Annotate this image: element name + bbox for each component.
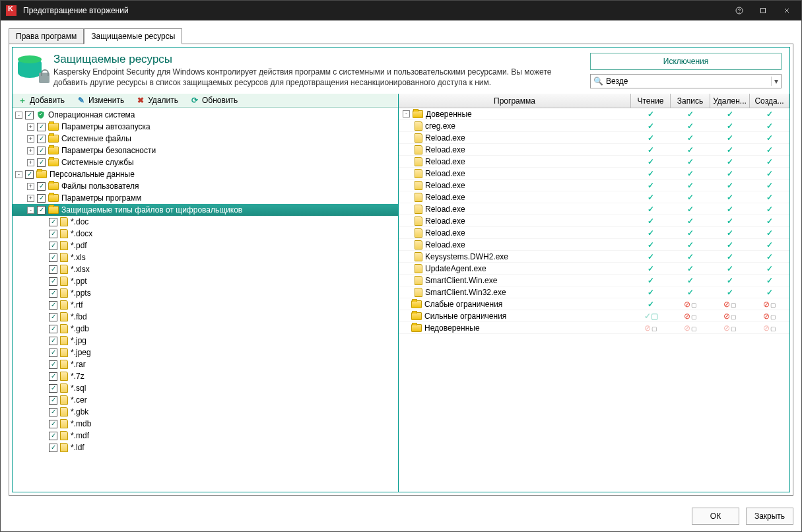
- tree-row[interactable]: +Системные службы: [13, 156, 398, 168]
- grid-row[interactable]: -Доверенные✓✓✓✓: [399, 108, 789, 120]
- checkbox[interactable]: [49, 444, 57, 452]
- checkbox[interactable]: [49, 384, 57, 393]
- perm-cell[interactable]: ✓: [631, 145, 671, 154]
- tree-row[interactable]: *.gdb: [13, 323, 398, 335]
- grid-row[interactable]: Reload.exe✓✓✓✓: [399, 180, 789, 191]
- tree-row[interactable]: *.gbk: [13, 406, 398, 418]
- tree-row[interactable]: +Файлы пользователя: [13, 180, 398, 192]
- grid-row[interactable]: creg.exe✓✓✓✓: [399, 120, 789, 132]
- checkbox[interactable]: [49, 372, 57, 381]
- perm-cell[interactable]: ✓: [710, 193, 750, 202]
- grid-row[interactable]: Reload.exe✓✓✓✓: [399, 156, 789, 168]
- chevron-down-icon[interactable]: ▾: [771, 77, 778, 86]
- checkbox[interactable]: [37, 158, 46, 167]
- checkbox[interactable]: [49, 408, 57, 416]
- checkbox[interactable]: [49, 349, 57, 357]
- checkbox[interactable]: [49, 432, 57, 440]
- col-write[interactable]: Запись: [671, 94, 710, 108]
- tree-row[interactable]: +Параметры безопасности: [13, 145, 398, 156]
- grid-row[interactable]: Reload.exe✓✓✓✓: [399, 227, 789, 239]
- perm-cell[interactable]: ⊘▢: [710, 323, 750, 333]
- perm-cell[interactable]: ✓: [710, 169, 750, 178]
- perm-cell[interactable]: ✓: [750, 252, 789, 261]
- checkbox[interactable]: [49, 242, 57, 250]
- tree-row[interactable]: *.jpeg: [13, 347, 398, 358]
- perm-cell[interactable]: ✓: [710, 264, 750, 273]
- perm-cell[interactable]: ✓: [671, 228, 710, 238]
- perm-cell[interactable]: ✓: [671, 133, 710, 143]
- tree-row[interactable]: *.7z: [13, 370, 398, 382]
- expand-icon[interactable]: -: [403, 110, 410, 117]
- perm-cell[interactable]: ✓: [710, 252, 750, 261]
- grid-row[interactable]: Reload.exe✓✓✓✓: [399, 239, 789, 251]
- tree-row[interactable]: *.ppts: [13, 287, 398, 299]
- perm-cell[interactable]: ✓: [710, 157, 750, 166]
- perm-cell[interactable]: ✓: [631, 264, 671, 273]
- tree-row[interactable]: *.ppt: [13, 275, 398, 287]
- perm-cell[interactable]: ✓▢: [631, 312, 671, 321]
- expand-icon[interactable]: +: [27, 123, 34, 131]
- perm-cell[interactable]: ✓: [671, 157, 710, 166]
- perm-cell[interactable]: ✓: [750, 205, 789, 214]
- perm-cell[interactable]: ⊘▢: [631, 323, 671, 333]
- perm-cell[interactable]: ✓: [710, 133, 750, 143]
- tree-row[interactable]: *.jpg: [13, 335, 398, 347]
- checkbox[interactable]: [49, 313, 57, 321]
- perm-cell[interactable]: ⊘▢: [750, 323, 789, 333]
- checkbox[interactable]: [49, 230, 57, 238]
- tree-row[interactable]: *.fbd: [13, 311, 398, 323]
- perm-cell[interactable]: ✓: [671, 110, 710, 119]
- perm-cell[interactable]: ✓: [750, 121, 789, 131]
- perm-cell[interactable]: ✓: [671, 216, 710, 226]
- perm-cell[interactable]: ✓: [750, 228, 789, 238]
- tree-row[interactable]: +Системные файлы: [13, 133, 398, 145]
- help-icon[interactable]: [734, 5, 745, 16]
- perm-cell[interactable]: ✓: [710, 181, 750, 190]
- grid-row[interactable]: Слабые ограничения✓⊘▢⊘▢⊘▢: [399, 298, 789, 310]
- tree-row[interactable]: *.rar: [13, 358, 398, 370]
- perm-cell[interactable]: ✓: [710, 276, 750, 285]
- grid-row[interactable]: SmartClient.Win32.exe✓✓✓✓: [399, 286, 789, 298]
- perm-cell[interactable]: ✓: [631, 300, 671, 309]
- perm-cell[interactable]: ✓: [671, 205, 710, 214]
- perm-cell[interactable]: ✓: [750, 145, 789, 154]
- expand-icon[interactable]: -: [15, 171, 22, 178]
- perm-cell[interactable]: ✓: [750, 133, 789, 143]
- col-delete[interactable]: Удален...: [710, 94, 750, 108]
- checkbox[interactable]: [37, 194, 46, 203]
- tree-row[interactable]: *.xlsx: [13, 263, 398, 275]
- perm-cell[interactable]: ✓: [631, 228, 671, 238]
- grid-row[interactable]: Reload.exe✓✓✓✓: [399, 215, 789, 227]
- perm-cell[interactable]: ✓: [631, 193, 671, 202]
- checkbox[interactable]: [49, 265, 57, 274]
- checkbox[interactable]: [49, 325, 57, 333]
- grid-row[interactable]: Reload.exe✓✓✓✓: [399, 203, 789, 215]
- tree-row[interactable]: *.docx: [13, 228, 398, 240]
- expand-icon[interactable]: +: [27, 159, 34, 166]
- checkbox[interactable]: [49, 218, 57, 226]
- checkbox[interactable]: [49, 337, 57, 345]
- col-create[interactable]: Созда...: [750, 94, 789, 108]
- checkbox[interactable]: [37, 206, 46, 215]
- perm-cell[interactable]: ✓: [631, 110, 671, 119]
- tree-row[interactable]: *.pdf: [13, 240, 398, 251]
- perm-cell[interactable]: ✓: [671, 181, 710, 190]
- ok-button[interactable]: ОК: [692, 508, 739, 525]
- checkbox[interactable]: [37, 147, 46, 155]
- close-icon[interactable]: [782, 5, 792, 16]
- perm-cell[interactable]: ✓: [671, 193, 710, 202]
- perm-cell[interactable]: ✓: [710, 110, 750, 119]
- perm-cell[interactable]: ✓: [710, 216, 750, 226]
- perm-cell[interactable]: ✓: [750, 169, 789, 178]
- perm-cell[interactable]: ✓: [710, 205, 750, 214]
- tab-resources[interactable]: Защищаемые ресурсы: [84, 28, 182, 44]
- tree-row[interactable]: +Параметры программ: [13, 192, 398, 204]
- perm-cell[interactable]: ✓: [671, 169, 710, 178]
- perm-cell[interactable]: ✓: [750, 157, 789, 166]
- checkbox[interactable]: [49, 289, 57, 298]
- perm-cell[interactable]: ✓: [631, 240, 671, 249]
- perm-cell[interactable]: ✓: [750, 240, 789, 249]
- perm-cell[interactable]: ✓: [710, 121, 750, 131]
- perm-cell[interactable]: ⊘▢: [710, 300, 750, 309]
- tree-row[interactable]: *.xls: [13, 251, 398, 263]
